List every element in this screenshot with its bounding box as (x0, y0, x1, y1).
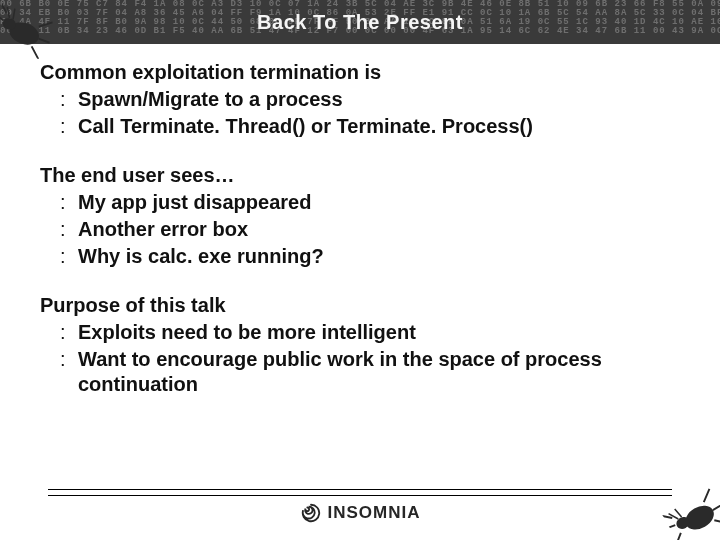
footer-rule (48, 489, 672, 493)
slide-title: Back To The Present (257, 11, 463, 34)
bullet-item: Call Terminate. Thread() or Terminate. P… (60, 114, 680, 139)
section: The end user sees… My app just disappear… (40, 163, 680, 269)
bullet-item: My app just disappeared (60, 190, 680, 215)
bullet-item: Why is calc. exe running? (60, 244, 680, 269)
brand-text: INSOMNIA (328, 503, 421, 523)
bullet-list: Spawn/Migrate to a process Call Terminat… (40, 87, 680, 139)
section-heading: The end user sees… (40, 163, 680, 188)
footer: INSOMNIA (48, 489, 672, 524)
bullet-item: Exploits need to be more intelligent (60, 320, 680, 345)
section-heading: Purpose of this talk (40, 293, 680, 318)
slide: 00 6B B0 0E 75 C7 84 F4 1A 08 0C A3 D3 1… (0, 0, 720, 540)
bullet-list: My app just disappeared Another error bo… (40, 190, 680, 269)
spiral-icon (300, 502, 322, 524)
bullet-item: Want to encourage public work in the spa… (60, 347, 680, 397)
bullet-list: Exploits need to be more intelligent Wan… (40, 320, 680, 397)
bullet-item: Spawn/Migrate to a process (60, 87, 680, 112)
section-heading: Common exploitation termination is (40, 60, 680, 85)
svg-point-2 (681, 501, 718, 534)
brand: INSOMNIA (48, 502, 672, 524)
slide-body: Common exploitation termination is Spawn… (40, 60, 680, 421)
section: Purpose of this talk Exploits need to be… (40, 293, 680, 397)
footer-rule (48, 495, 672, 496)
section: Common exploitation termination is Spawn… (40, 60, 680, 139)
title-banner: 00 6B B0 0E 75 C7 84 F4 1A 08 0C A3 D3 1… (0, 0, 720, 44)
bullet-item: Another error box (60, 217, 680, 242)
svg-point-3 (674, 515, 691, 532)
